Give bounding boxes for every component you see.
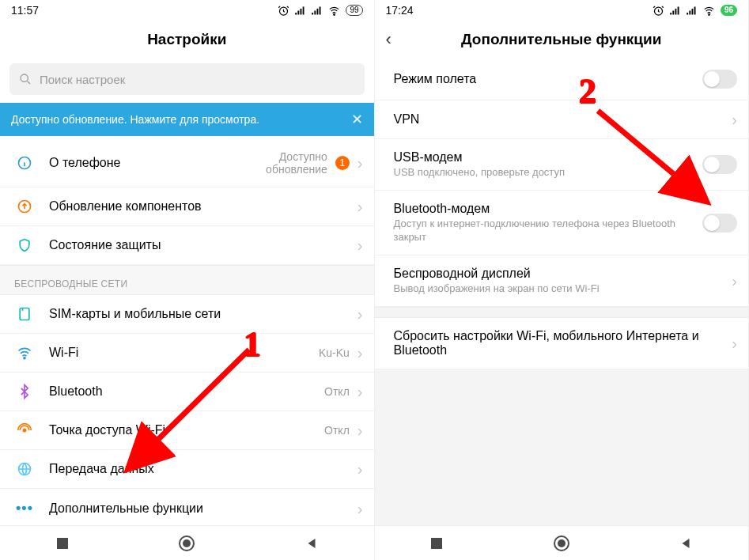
row-label: Состояние защиты — [49, 238, 357, 252]
row-data-usage[interactable]: Передача данных › — [0, 450, 374, 489]
row-more-functions[interactable]: ••• Дополнительные функции › — [0, 489, 374, 525]
signal-icon — [669, 5, 681, 17]
chevron-right-icon: › — [357, 384, 363, 399]
wifi-icon — [702, 5, 716, 17]
search-icon — [19, 73, 32, 85]
signal-icon — [686, 5, 698, 17]
chevron-right-icon: › — [732, 273, 737, 289]
more-icon: ••• — [14, 500, 35, 516]
nav-bar — [0, 525, 374, 560]
row-label: Wi-Fi — [49, 346, 319, 360]
nav-bar — [375, 525, 749, 560]
battery-icon: 99 — [346, 5, 362, 16]
chevron-right-icon: › — [732, 335, 737, 351]
status-bar: 17:24 96 — [375, 0, 749, 21]
row-vpn[interactable]: VPN › — [375, 100, 749, 139]
update-banner[interactable]: Доступно обновление. Нажмите для просмот… — [0, 103, 374, 136]
chevron-right-icon: › — [357, 461, 363, 477]
row-sub: Доступ к интернет-подключению телефона ч… — [394, 218, 703, 244]
nav-back[interactable] — [662, 536, 709, 551]
svg-point-6 — [24, 358, 25, 359]
close-icon[interactable]: ✕ — [351, 111, 363, 128]
svg-point-16 — [558, 539, 566, 547]
chevron-right-icon: › — [732, 112, 737, 127]
chevron-right-icon: › — [357, 345, 363, 361]
row-label: Точка доступа Wi-Fi — [49, 423, 324, 437]
shield-icon — [14, 237, 35, 253]
row-label: О телефоне — [49, 156, 240, 170]
svg-point-2 — [21, 74, 28, 81]
row-bluetooth[interactable]: Bluetooth Откл› — [0, 373, 374, 411]
row-reset-network[interactable]: Сбросить настройки Wi-Fi, мобильного Инт… — [375, 318, 749, 369]
back-button[interactable]: ‹ — [386, 29, 392, 50]
alarm-icon — [278, 5, 289, 17]
chevron-right-icon: › — [357, 155, 363, 171]
row-usb-tether[interactable]: USB-модем USB подключено, проверьте дост… — [375, 139, 749, 191]
row-wifi[interactable]: Wi-Fi Ku-Ku› — [0, 334, 374, 373]
update-badge: 1 — [335, 156, 350, 170]
row-hotspot[interactable]: Точка доступа Wi-Fi Откл› — [0, 411, 374, 450]
row-bluetooth-tether[interactable]: Bluetooth-модем Доступ к интернет-подклю… — [375, 191, 749, 255]
data-icon — [14, 461, 35, 477]
search-placeholder: Поиск настроек — [40, 73, 125, 86]
info-icon — [14, 155, 35, 171]
row-components-update[interactable]: Обновление компонентов › — [0, 187, 374, 226]
battery-icon: 96 — [721, 5, 737, 16]
left-screen: 11:57 99 Настройки Поиск настроек Доступ… — [0, 0, 375, 560]
settings-list: О телефоне Доступно обновление 1 › Обнов… — [0, 139, 374, 525]
row-sub: Вывод изображения на экран по сети Wi-Fi — [394, 282, 732, 295]
row-airplane-mode[interactable]: Режим полета — [375, 59, 749, 100]
chevron-right-icon: › — [357, 199, 363, 214]
row-label: Сбросить настройки Wi-Fi, мобильного Инт… — [394, 329, 732, 358]
row-label: Режим полета — [394, 72, 703, 86]
section-gap — [375, 307, 749, 318]
row-wireless-display[interactable]: Беспроводной дисплей Вывод изображения н… — [375, 255, 749, 307]
page-title: Дополнительные функции — [461, 31, 661, 48]
row-sim[interactable]: SIM-карты и мобильные сети › — [0, 295, 374, 334]
row-value: Откл — [324, 385, 350, 398]
update-banner-text: Доступно обновление. Нажмите для просмот… — [11, 113, 259, 126]
nav-recents[interactable] — [39, 537, 86, 550]
toggle-airplane[interactable] — [702, 70, 737, 89]
row-security-status[interactable]: Состояние защиты › — [0, 226, 374, 265]
chevron-right-icon: › — [357, 237, 363, 253]
nav-back[interactable] — [288, 536, 335, 551]
svg-rect-14 — [431, 538, 442, 549]
nav-home[interactable] — [538, 535, 585, 552]
alarm-icon — [653, 5, 664, 17]
row-value: Откл — [324, 424, 350, 437]
row-about-phone[interactable]: О телефоне Доступно обновление 1 › — [0, 139, 374, 187]
status-time: 17:24 — [386, 4, 414, 17]
row-label: Передача данных — [49, 462, 357, 476]
row-label: Bluetooth-модем — [394, 202, 703, 216]
svg-point-1 — [334, 13, 335, 15]
toggle-bluetooth-tether[interactable] — [702, 214, 737, 233]
row-label: SIM-карты и мобильные сети — [49, 307, 357, 321]
page-title: Настройки — [147, 31, 226, 48]
row-label: Bluetooth — [49, 384, 324, 399]
row-label: Дополнительные функции — [49, 501, 357, 516]
status-time: 11:57 — [11, 4, 39, 17]
svg-point-11 — [183, 539, 191, 547]
row-label: USB-модем — [394, 150, 703, 165]
hotspot-icon — [14, 422, 35, 438]
status-icons: 99 — [278, 5, 362, 17]
svg-rect-5 — [20, 308, 29, 320]
row-label: Обновление компонентов — [49, 199, 357, 214]
chevron-right-icon: › — [357, 501, 363, 516]
status-icons: 96 — [653, 5, 737, 17]
nav-recents[interactable] — [413, 537, 460, 550]
toggle-usb-tether[interactable] — [702, 155, 737, 174]
wifi-icon — [327, 5, 341, 17]
sim-icon — [14, 306, 35, 322]
nav-home[interactable] — [163, 535, 210, 552]
row-sub: USB подключено, проверьте доступ — [394, 166, 703, 179]
svg-point-13 — [709, 13, 710, 15]
row-label: Беспроводной дисплей — [394, 267, 732, 281]
row-value: Ku-Ku — [319, 346, 350, 359]
svg-point-7 — [23, 429, 25, 432]
header: Настройки — [0, 21, 374, 59]
header: ‹ Дополнительные функции — [375, 21, 749, 59]
search-input[interactable]: Поиск настроек — [9, 63, 365, 95]
empty-area — [375, 369, 749, 525]
